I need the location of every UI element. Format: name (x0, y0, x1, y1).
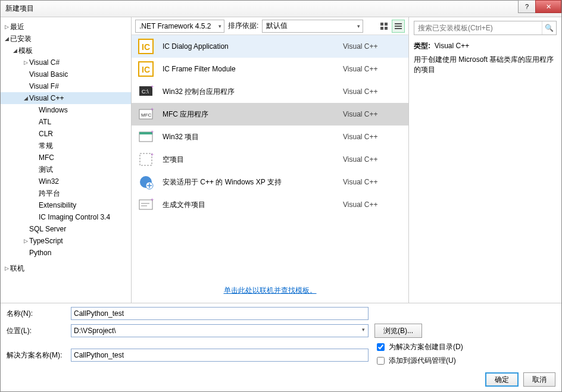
svg-text:++: ++ (151, 106, 154, 112)
location-input[interactable] (71, 324, 369, 337)
template-name: Win32 项目 (163, 132, 343, 142)
sidebar-item-atl[interactable]: ATL (1, 116, 131, 128)
xp-icon (138, 174, 154, 190)
make-icon: ++ (138, 196, 154, 213)
framework-dropdown[interactable]: .NET Framework 4.5.2 (135, 20, 224, 33)
template-row[interactable]: ICIC Frame Filter ModuleVisual C++ (132, 58, 408, 80)
svg-rect-5 (395, 26, 402, 27)
sidebar-item-visual-c-[interactable]: ◢Visual C++ (1, 92, 131, 104)
list-icon (395, 23, 402, 30)
svg-rect-4 (395, 23, 402, 24)
svg-rect-6 (395, 28, 402, 29)
ic-icon: IC (138, 38, 154, 55)
window-title: 新建项目 (5, 4, 34, 14)
search-box: 🔍 (414, 21, 557, 35)
sidebar-item-extensibility[interactable]: Extensibility (1, 199, 131, 211)
template-lang: Visual C++ (343, 87, 402, 96)
template-lang: Visual C++ (343, 200, 402, 209)
bottom-form: 名称(N): 位置(L): 浏览(B)... 解决方案名称(M): 为解决方案创… (1, 303, 561, 391)
name-input[interactable] (71, 307, 369, 320)
detail-panel: 🔍 类型: Visual C++ 用于创建使用 Microsoft 基础类库的应… (409, 17, 561, 303)
sidebar-item-typescript[interactable]: ▷TypeScript (1, 235, 131, 247)
mfc-icon: MFC++ (138, 106, 154, 123)
center-panel: .NET Framework 4.5.2 排序依据: 默认值 ICIC Dial… (132, 17, 409, 303)
sidebar-item-clr[interactable]: CLR (1, 128, 131, 140)
location-label: 位置(L): (7, 326, 71, 336)
sidebar-item-sql-server[interactable]: SQL Server (1, 223, 131, 235)
ic-icon: IC (138, 61, 154, 77)
ok-button[interactable]: 确定 (485, 372, 519, 387)
help-button[interactable]: ? (518, 0, 536, 13)
sidebar-item-mfc[interactable]: MFC (1, 152, 131, 164)
grid-icon (380, 23, 388, 30)
sidebar-recent[interactable]: ▷ 最近 (1, 21, 131, 33)
tree-toggle-icon: ▷ (22, 238, 29, 244)
online-search-link[interactable]: 单击此处以联机并查找模板。 (224, 286, 317, 294)
template-row[interactable]: ++Win32 项目Visual C++ (132, 126, 408, 148)
new-project-dialog: 新建项目 ? ✕ ▷ 最近 ◢ 已安装 ◢ 模板 ▷Visual C#Visua… (0, 0, 562, 392)
svg-text:++: ++ (151, 197, 154, 203)
close-button[interactable]: ✕ (535, 0, 561, 13)
console-icon: C:\++ (138, 83, 154, 100)
svg-text:IC: IC (142, 65, 150, 74)
template-name: IC Frame Filter Module (163, 65, 343, 73)
template-lang: Visual C++ (343, 155, 402, 164)
search-button[interactable]: 🔍 (542, 21, 556, 35)
sidebar-item-python[interactable]: Python (1, 247, 131, 259)
sidebar-item-visual-c-[interactable]: ▷Visual C# (1, 57, 131, 68)
svg-text:++: ++ (151, 152, 154, 158)
template-row[interactable]: ++空项目Visual C++ (132, 148, 408, 171)
sidebar-item--[interactable]: 测试 (1, 164, 131, 175)
svg-rect-20 (140, 153, 152, 165)
create-dir-checkbox[interactable]: 为解决方案创建目录(D) (374, 341, 535, 353)
template-lang: Visual C++ (343, 42, 402, 51)
sort-label: 排序依据: (228, 21, 258, 31)
sidebar-online[interactable]: ▷ 联机 (1, 262, 131, 274)
sidebar-item--[interactable]: 跨平台 (1, 187, 131, 199)
source-control-checkbox[interactable]: 添加到源代码管理(U) (374, 355, 535, 366)
template-name: Win32 控制台应用程序 (163, 87, 343, 97)
sidebar-installed[interactable]: ◢ 已安装 (1, 33, 131, 45)
cancel-button[interactable]: 取消 (523, 372, 555, 387)
win-icon: ++ (138, 128, 154, 145)
template-row[interactable]: C:\++Win32 控制台应用程序Visual C++ (132, 80, 408, 103)
svg-rect-1 (385, 23, 388, 26)
solution-name-input[interactable] (71, 349, 369, 362)
template-row[interactable]: ICIC Dialog ApplicationVisual C++ (132, 35, 408, 58)
sidebar-item-ic-imaging-control-3-4[interactable]: IC Imaging Control 3.4 (1, 211, 131, 223)
sidebar-item-win32[interactable]: Win32 (1, 175, 131, 187)
list-view-button[interactable] (392, 20, 405, 33)
grid-view-button[interactable] (377, 20, 391, 33)
titlebar: 新建项目 ? ✕ (1, 1, 561, 17)
sidebar: ▷ 最近 ◢ 已安装 ◢ 模板 ▷Visual C#Visual BasicVi… (1, 17, 132, 303)
template-name: 安装适用于 C++ 的 Windows XP 支持 (163, 177, 343, 187)
svg-text:++: ++ (151, 129, 154, 135)
template-row[interactable]: 安装适用于 C++ 的 Windows XP 支持Visual C++ (132, 171, 408, 193)
template-name: 空项目 (163, 155, 343, 165)
template-list: ICIC Dialog ApplicationVisual C++ICIC Fr… (132, 35, 408, 281)
template-lang: Visual C++ (343, 133, 402, 141)
sidebar-templates[interactable]: ◢ 模板 (1, 45, 131, 57)
sidebar-item--[interactable]: 常规 (1, 140, 131, 152)
search-icon: 🔍 (545, 24, 554, 32)
svg-text:++: ++ (151, 84, 154, 90)
sort-dropdown[interactable]: 默认值 (262, 20, 363, 33)
empty-icon: ++ (138, 151, 154, 168)
sidebar-item-visual-basic[interactable]: Visual Basic (1, 68, 131, 80)
name-label: 名称(N): (7, 309, 71, 319)
template-row[interactable]: ++生成文件项目Visual C++ (132, 193, 408, 216)
template-name: MFC 应用程序 (163, 109, 343, 120)
template-row[interactable]: MFC++MFC 应用程序Visual C++ (132, 103, 408, 126)
svg-text:C:\: C:\ (142, 89, 149, 95)
chevron-down-icon: ◢ (11, 48, 18, 54)
search-input[interactable] (414, 21, 542, 35)
sidebar-item-windows[interactable]: Windows (1, 104, 131, 116)
browse-button[interactable]: 浏览(B)... (374, 324, 422, 338)
chevron-right-icon: ▷ (3, 24, 10, 30)
type-line: 类型: Visual C++ (414, 41, 557, 51)
description: 用于创建使用 Microsoft 基础类库的应用程序的项目 (414, 55, 557, 75)
toolbar: .NET Framework 4.5.2 排序依据: 默认值 (132, 17, 408, 35)
template-name: IC Dialog Application (163, 42, 343, 51)
sidebar-item-visual-f-[interactable]: Visual F# (1, 80, 131, 92)
template-lang: Visual C++ (343, 65, 402, 73)
